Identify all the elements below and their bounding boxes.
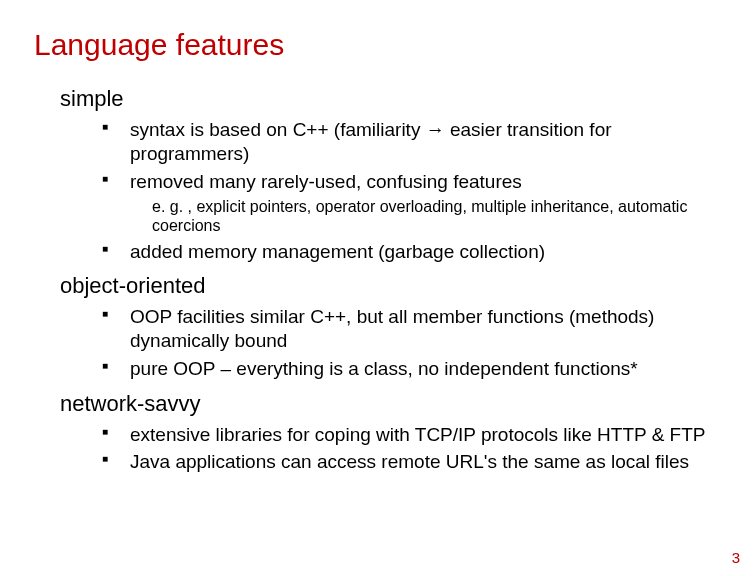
slide-title: Language features [34,28,722,62]
list-item: removed many rarely-used, confusing feat… [102,170,712,194]
sub-note: e. g. , explicit pointers, operator over… [152,197,708,235]
list-item: OOP facilities similar C++, but all memb… [102,305,712,353]
page-number: 3 [732,549,740,566]
section-heading-object-oriented: object-oriented [60,273,722,299]
bullet-list-network: extensive libraries for coping with TCP/… [102,423,712,475]
list-item: extensive libraries for coping with TCP/… [102,423,712,447]
bullet-list-oo: OOP facilities similar C++, but all memb… [102,305,712,380]
section-heading-network-savvy: network-savvy [60,391,722,417]
list-item: pure OOP – everything is a class, no ind… [102,357,712,381]
list-item: added memory management (garbage collect… [102,240,712,264]
bullet-list-simple-cont: added memory management (garbage collect… [102,240,712,264]
list-item: syntax is based on C++ (familiarity → ea… [102,118,712,166]
bullet-list-simple: syntax is based on C++ (familiarity → ea… [102,118,712,193]
section-heading-simple: simple [60,86,722,112]
list-item: Java applications can access remote URL'… [102,450,712,474]
slide: Language features simple syntax is based… [0,0,756,474]
